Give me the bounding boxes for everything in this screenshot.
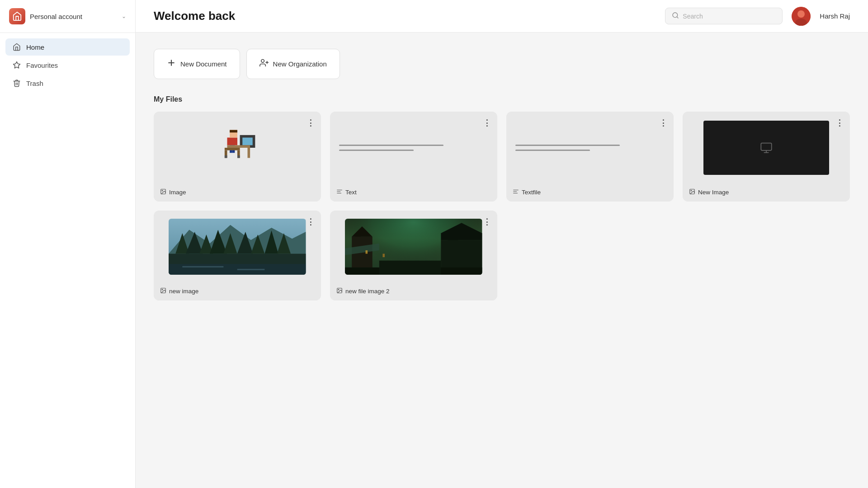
my-files-title: My Files	[154, 95, 850, 103]
file-menu-icon-landscape-2[interactable]: ⋮	[481, 215, 493, 229]
file-footer-image: Image	[154, 184, 321, 202]
svg-rect-15	[230, 130, 237, 133]
file-card-textfile[interactable]: ⋮ T	[506, 112, 674, 202]
new-image-type-icon	[689, 188, 695, 196]
file-card-new-image[interactable]: ⋮	[683, 112, 850, 202]
file-menu-icon-textfile[interactable]: ⋮	[657, 116, 669, 130]
svg-rect-24	[248, 148, 250, 158]
file-preview-text: ⋮	[330, 112, 497, 184]
sidebar: Personal account ⌄ Home Favourites	[0, 0, 136, 488]
file-menu-icon-text[interactable]: ⋮	[481, 116, 493, 130]
file-footer-textfile: Textfile	[506, 184, 674, 202]
svg-rect-67	[383, 253, 385, 257]
svg-point-8	[261, 60, 264, 63]
new-document-button[interactable]: New Document	[154, 49, 240, 79]
new-organization-button[interactable]: New Organization	[246, 49, 340, 79]
file-footer-text: Text	[330, 184, 497, 202]
user-name: Harsh Raj	[820, 12, 850, 20]
svg-rect-66	[366, 250, 368, 254]
svg-rect-51	[183, 266, 224, 267]
header: Welcome back Harsh Raj	[136, 0, 868, 33]
file-card-image[interactable]: ⋮	[154, 112, 321, 202]
trash-icon	[12, 79, 22, 87]
file-preview-new-image: ⋮	[683, 112, 850, 184]
text-line-1	[339, 145, 443, 146]
sidebar-item-trash[interactable]: Trash	[5, 75, 130, 92]
svg-rect-33	[761, 143, 771, 150]
sidebar-item-home-label: Home	[26, 43, 44, 51]
file-name-new-file-image-2: new file image 2	[345, 288, 390, 295]
sidebar-item-favourites-label: Favourites	[26, 61, 58, 69]
svg-point-37	[691, 190, 692, 191]
svg-point-26	[162, 190, 163, 191]
content-area: New Document New Organization My Files	[136, 33, 868, 488]
textfile-type-icon	[513, 188, 519, 196]
text-preview-lines	[330, 136, 497, 160]
landscape-1-type-icon	[160, 287, 166, 295]
file-preview-image: ⋮	[154, 112, 321, 184]
svg-rect-12	[242, 138, 253, 145]
search-container[interactable]	[665, 8, 783, 24]
star-icon	[12, 61, 22, 69]
svg-point-54	[162, 289, 163, 290]
svg-point-4	[797, 10, 805, 18]
file-footer-landscape-1: new image	[154, 283, 321, 300]
file-name-text: Text	[345, 189, 357, 196]
file-name-image: Image	[169, 189, 186, 196]
file-card-new-file-image-2[interactable]: ⋮	[330, 211, 497, 300]
file-name-textfile: Textfile	[522, 189, 541, 196]
landscape-preview-1	[169, 219, 306, 275]
new-organization-label: New Organization	[273, 60, 327, 68]
textfile-preview-lines	[506, 136, 674, 160]
file-footer-new-image: New Image	[683, 184, 850, 202]
svg-rect-21	[225, 155, 227, 158]
dark-preview-box	[703, 121, 829, 175]
text-line-2	[339, 150, 414, 151]
svg-rect-65	[379, 260, 441, 275]
new-document-label: New Document	[180, 60, 227, 68]
plus-icon	[167, 58, 176, 70]
textfile-line-1	[515, 145, 620, 146]
landscape-2-type-icon	[336, 287, 343, 295]
user-plus-icon	[259, 58, 269, 70]
avatar[interactable]	[792, 7, 811, 26]
textfile-line-2	[515, 150, 590, 151]
file-menu-icon-image[interactable]: ⋮	[305, 116, 316, 130]
monitor-icon	[760, 141, 773, 154]
main-area: Welcome back Harsh Raj	[136, 0, 868, 488]
search-input[interactable]	[683, 13, 776, 20]
file-preview-landscape-1: ⋮	[154, 211, 321, 283]
svg-marker-0	[14, 62, 20, 68]
svg-rect-52	[237, 269, 265, 270]
sidebar-item-trash-label: Trash	[26, 80, 43, 87]
account-switcher[interactable]: Personal account ⌄	[0, 0, 135, 33]
file-menu-icon-new-image[interactable]: ⋮	[834, 116, 845, 130]
my-files-section: My Files ⋮	[154, 95, 850, 300]
svg-rect-18	[225, 148, 240, 150]
file-name-new-image-landscape: new image	[169, 288, 198, 295]
action-buttons: New Document New Organization	[154, 49, 850, 79]
file-menu-icon-landscape-1[interactable]: ⋮	[305, 215, 316, 229]
svg-point-69	[338, 289, 339, 290]
file-card-text[interactable]: ⋮ T	[330, 112, 497, 202]
page-title: Welcome back	[154, 9, 235, 23]
file-name-new-image: New Image	[698, 189, 729, 196]
sidebar-nav: Home Favourites Trash	[0, 33, 135, 97]
svg-rect-22	[237, 155, 240, 158]
file-preview-textfile: ⋮	[506, 112, 674, 184]
svg-rect-13	[227, 138, 238, 145]
file-card-new-image-landscape[interactable]: ⋮	[154, 211, 321, 300]
text-type-icon	[336, 188, 343, 196]
sidebar-item-home[interactable]: Home	[5, 38, 130, 56]
sidebar-item-favourites[interactable]: Favourites	[5, 56, 130, 74]
home-icon	[12, 43, 22, 51]
header-right: Harsh Raj	[665, 7, 850, 26]
svg-line-2	[677, 17, 678, 18]
file-preview-landscape-2: ⋮	[330, 211, 497, 283]
file-footer-landscape-2: new file image 2	[330, 283, 497, 300]
account-label: Personal account	[30, 13, 117, 20]
image-type-icon	[160, 188, 166, 196]
search-icon	[672, 12, 679, 20]
svg-rect-23	[227, 145, 250, 148]
account-avatar	[9, 8, 25, 24]
